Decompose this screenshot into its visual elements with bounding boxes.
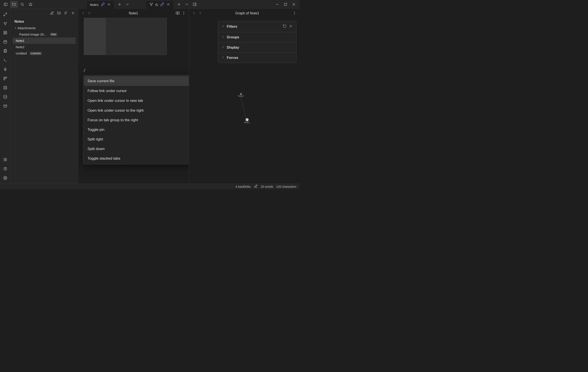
daily-note-icon[interactable] [1,38,10,46]
new-tab-button[interactable] [116,1,123,8]
palette-item[interactable]: Split down [84,144,189,154]
slash-command-trigger: / [84,68,85,73]
pane-title[interactable]: Note1 [94,11,174,15]
new-folder-icon[interactable] [57,11,61,16]
command-palette-icon[interactable] [1,56,10,64]
palette-item[interactable]: Toggle pin [84,125,189,135]
reading-view-icon[interactable] [176,11,180,16]
new-tab-button[interactable] [176,1,182,8]
edit-mode-icon[interactable] [254,184,258,189]
tab-note1[interactable]: Note1 [87,1,114,9]
tab-label: Note1 [90,3,99,7]
audio-recorder-icon[interactable] [1,65,10,73]
section-label: Forces [227,56,293,60]
pane-title[interactable]: Graph of Note1 [204,11,291,15]
help-icon[interactable] [1,165,10,173]
search-tab[interactable] [18,1,26,8]
tab-dropdown[interactable] [124,1,131,8]
titlebar: Note1 [0,0,299,9]
palette-item[interactable]: Open link under cursor in new tab Ctrl +… [84,96,189,106]
editor-content[interactable]: / Save current file Ctrl + S Follow link… [78,18,189,184]
svg-rect-32 [5,33,7,34]
window-minimize[interactable] [274,1,281,8]
svg-point-72 [294,14,295,14]
window-close[interactable] [290,1,297,8]
chevron-right-icon [221,25,225,29]
file-note1[interactable]: Note1 [13,38,76,44]
more-options-icon[interactable] [293,11,296,16]
left-sidebar-toggle[interactable] [2,1,10,8]
new-note-icon[interactable] [50,11,54,16]
tab-graph[interactable]: G [146,1,173,9]
svg-rect-21 [284,3,287,5]
collapse-icon[interactable] [71,11,75,16]
close-icon[interactable] [166,2,170,7]
nav-forward[interactable] [87,11,91,16]
svg-rect-29 [4,31,5,32]
status-backlinks[interactable]: 4 backlinks [235,185,251,188]
graph-section-filters[interactable]: Filters [218,21,296,32]
close-icon[interactable] [289,24,293,29]
graph-node-note1[interactable]: Note1 [244,118,250,124]
close-icon[interactable] [107,2,111,7]
graph-view-icon[interactable] [1,20,10,28]
nav-back[interactable] [81,11,85,16]
templates-icon[interactable] [1,47,10,55]
nav-back[interactable] [192,11,196,16]
svg-rect-33 [4,41,7,43]
tab-label: G [155,3,158,7]
vault-icon[interactable] [1,156,10,163]
palette-item[interactable]: Toggle stacked tabs [84,154,189,163]
embedded-image [84,18,167,55]
svg-point-71 [294,13,295,13]
file-attachment[interactable]: Pasted image 20… PNG [13,31,76,38]
status-words[interactable]: 20 words [261,185,273,188]
bookmarks-tab[interactable] [27,1,34,8]
right-sidebar-toggle[interactable] [191,1,198,8]
palette-item[interactable]: Open link under cursor to the right Ctrl… [84,106,189,115]
palette-label: Follow link under cursor [87,89,127,93]
random-note-icon[interactable] [1,84,10,91]
svg-point-69 [184,14,184,14]
workspace-icon[interactable] [1,93,10,101]
file-explorer-tab[interactable] [10,1,18,8]
file-note2[interactable]: Note2 [13,44,76,50]
svg-point-48 [6,87,6,87]
sort-icon[interactable] [64,11,68,16]
file-badge: PNG [50,33,58,36]
file-untitled[interactable]: Untitled CANVAS [13,50,76,57]
link-icon [160,2,164,7]
settings-icon[interactable] [1,174,10,182]
section-label: Display [227,46,293,50]
graph-section-groups[interactable]: Groups [218,32,296,42]
graph-pane: Graph of Note1 Filters [189,9,300,184]
svg-line-28 [5,23,6,24]
graph-section-forces[interactable]: Forces [218,53,296,63]
palette-label: Focus on tab group to the right [87,118,138,122]
canvas-icon[interactable] [1,29,10,37]
nav-forward[interactable] [198,11,202,16]
slides-icon[interactable] [1,75,10,82]
palette-item[interactable]: Save current file Ctrl + S [84,76,189,86]
svg-line-12 [150,4,151,5]
folder-attachments[interactable]: ▾ Attachments [13,25,76,31]
tab-dropdown[interactable] [183,1,190,8]
section-label: Groups [227,35,293,39]
quick-switcher-icon[interactable] [1,10,10,18]
palette-item[interactable]: Split right [84,135,189,144]
node-label: Note2 [238,95,244,97]
graph-icon [149,2,153,7]
status-chars[interactable]: 120 characters [276,185,296,188]
graph-node-note2[interactable]: Note2 [238,93,244,97]
more-options-icon[interactable] [182,11,186,16]
palette-item[interactable]: Follow link under cursor Alt + Enter [84,86,189,96]
folder-label: Attachments [18,26,36,30]
graph-section-display[interactable]: Display [218,42,296,53]
publish-icon[interactable] [1,102,10,110]
palette-item[interactable]: Focus on tab group to the right [84,115,189,125]
graph-canvas[interactable]: Filters Groups Display [189,18,300,184]
window-maximize[interactable] [282,1,289,8]
chevron-right-icon [221,46,225,50]
reset-icon[interactable] [283,24,287,29]
graph-settings-panel: Filters Groups Display [218,21,296,63]
